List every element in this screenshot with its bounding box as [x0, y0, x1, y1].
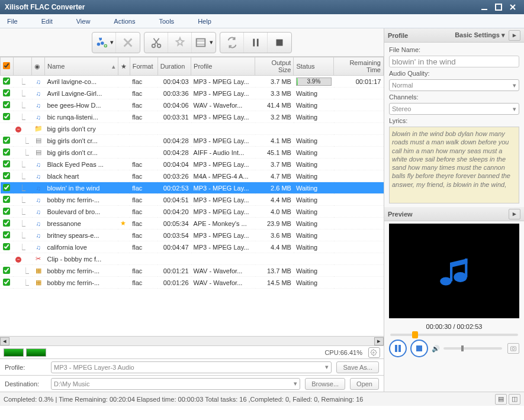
svg-rect-26 [395, 345, 397, 352]
table-row[interactable]: ⎿♫bee gees-How D...flac00:04:06WAV - Wav… [1, 99, 384, 111]
effects-button[interactable] [168, 33, 192, 53]
menu-file[interactable]: File [7, 18, 18, 25]
star-icon[interactable]: ★ [120, 219, 126, 227]
row-checkbox[interactable] [3, 279, 10, 286]
cut-button[interactable] [144, 33, 168, 53]
save-as-button[interactable]: Save As... [336, 361, 379, 373]
app-title: Xilisoft FLAC Converter [5, 3, 85, 11]
menu-actions[interactable]: Actions [114, 18, 135, 25]
collapse-icon[interactable]: − [15, 127, 21, 133]
row-profile: M4A - MPEG-4 A... [191, 170, 255, 182]
hscroll-right[interactable]: ▸ [374, 337, 384, 345]
close-button[interactable] [506, 2, 519, 12]
col-duration[interactable]: Duration [157, 57, 191, 76]
row-checkbox[interactable] [3, 160, 10, 167]
menubar: File Edit View Actions Tools Help [0, 14, 524, 28]
menu-view[interactable]: View [76, 18, 91, 25]
row-profile: MP3 - MPEG Lay... [191, 135, 255, 147]
col-status[interactable]: Status [294, 57, 334, 76]
menu-tools[interactable]: Tools [159, 18, 174, 25]
table-row[interactable]: ⎿▦bobby mc ferrin-...flac00:01:26WAV - W… [1, 277, 384, 289]
table-row[interactable]: ⎿♫blowin' in the windflac00:02:53MP3 - M… [1, 182, 384, 194]
table-row[interactable]: ⎿♫Black Eyed Peas ...flac00:04:04MP3 - M… [1, 159, 384, 170]
maximize-button[interactable] [492, 2, 505, 12]
col-profile[interactable]: Profile [191, 57, 255, 76]
row-profile [191, 123, 255, 135]
table-row[interactable]: ⎿♫Boulevard of bro...flac00:04:20MP3 - M… [1, 206, 384, 218]
menu-edit[interactable]: Edit [41, 18, 53, 25]
col-size[interactable]: Output Size [255, 57, 294, 76]
minimize-button[interactable] [478, 2, 491, 12]
row-checkbox[interactable] [3, 243, 10, 250]
seek-slider[interactable] [390, 334, 518, 336]
preview-panel-expand[interactable]: ▸ [509, 209, 520, 219]
table-row[interactable]: −✂Clip - bobby mc f... [1, 253, 384, 265]
row-duration: 00:04:51 [157, 194, 191, 206]
pause-button[interactable] [244, 33, 268, 53]
col-type[interactable]: ◉ [32, 57, 45, 76]
stop-button[interactable] [268, 33, 291, 53]
row-checkbox[interactable] [3, 219, 10, 227]
delete-button[interactable] [116, 33, 140, 53]
lyrics-label: Lyrics: [389, 117, 519, 124]
quality-combo[interactable]: Normal▾ [389, 79, 519, 91]
volume-icon[interactable]: 🔊 [432, 345, 440, 353]
row-checkbox[interactable] [3, 77, 10, 85]
cpu-settings-button[interactable] [368, 347, 380, 358]
menu-help[interactable]: Help [198, 18, 211, 25]
row-status: Waiting [294, 218, 334, 230]
hscroll-left[interactable]: ◂ [0, 337, 9, 345]
row-checkbox[interactable] [3, 89, 10, 96]
profile-combo[interactable]: MP3 - MPEG Layer-3 Audio▾ [51, 361, 332, 373]
table-row[interactable]: −📁big girls don't cry [1, 123, 384, 135]
table-row[interactable]: ⎿♫california loveflac00:04:47MP3 - MPEG … [1, 241, 384, 253]
status-list-button[interactable]: ▤ [495, 394, 507, 405]
collapse-icon[interactable]: − [15, 257, 21, 263]
row-checkbox[interactable] [3, 184, 10, 191]
row-checkbox[interactable] [3, 148, 10, 156]
col-check[interactable] [1, 57, 14, 76]
volume-slider[interactable] [443, 347, 502, 350]
add-file-button[interactable]: ▾ [92, 33, 116, 53]
row-checkbox[interactable] [3, 172, 10, 179]
destination-combo[interactable]: D:\My Music▾ [51, 378, 300, 390]
film-button[interactable]: ▾ [192, 33, 216, 53]
col-format[interactable]: Format [130, 57, 157, 76]
row-checkbox[interactable] [3, 208, 10, 215]
table-row[interactable]: ⎿♫Avril Lavigne-Girl...flac00:03:36MP3 -… [1, 88, 384, 99]
player-pause-button[interactable] [389, 340, 407, 357]
row-checkbox[interactable] [3, 113, 10, 120]
table-row[interactable]: ⎿▦bobby mc ferrin-...flac00:01:21WAV - W… [1, 265, 384, 277]
basic-settings-dropdown[interactable]: Basic Settings ▾ [455, 31, 505, 39]
convert-button[interactable] [220, 33, 244, 53]
table-row[interactable]: ⎿♫bic runqa-listeni...flac00:03:31MP3 - … [1, 111, 384, 123]
row-checkbox[interactable] [3, 196, 10, 203]
hscroll-track[interactable] [9, 337, 374, 345]
col-star[interactable]: ★ [118, 57, 130, 76]
profile-panel-expand[interactable]: ▸ [509, 30, 520, 41]
col-remain[interactable]: Remaining Time [334, 57, 384, 76]
table-row[interactable]: ⎿♫Avril lavigne-co...flac00:04:03MP3 - M… [1, 76, 384, 88]
snapshot-button[interactable] [507, 343, 519, 354]
status-report-button[interactable]: ◫ [509, 394, 520, 405]
preview-area [389, 224, 519, 318]
row-checkbox[interactable] [3, 137, 10, 144]
table-row[interactable]: ⎿▤big girls don't cr...00:04:28MP3 - MPE… [1, 135, 384, 147]
row-duration: 00:05:34 [157, 218, 191, 230]
table-row[interactable]: ⎿♫bobby mc ferrin-...flac00:04:51MP3 - M… [1, 194, 384, 206]
table-row[interactable]: ⎿♫black heartflac00:03:26M4A - MPEG-4 A.… [1, 170, 384, 182]
row-checkbox[interactable] [3, 231, 10, 238]
channels-combo[interactable]: Stereo▾ [389, 103, 519, 115]
col-name[interactable]: Name ▴ [45, 57, 118, 76]
row-checkbox[interactable] [3, 267, 10, 274]
table-row[interactable]: ⎿♫britney spears-e...flac00:03:54MP3 - M… [1, 230, 384, 241]
browse-button[interactable]: Browse... [305, 378, 345, 390]
player-stop-button[interactable] [410, 340, 428, 357]
table-row[interactable]: ⎿▤big girls don't cr...00:04:28AIFF - Au… [1, 147, 384, 159]
filename-input[interactable] [389, 56, 519, 67]
table-row[interactable]: ⎿♫bressanone★flac00:05:34APE - Monkey's … [1, 218, 384, 230]
open-button[interactable]: Open [350, 378, 379, 390]
row-checkbox[interactable] [3, 101, 10, 108]
svg-point-5 [101, 41, 104, 45]
lyrics-box[interactable]: blowin in the wind bob dylan how many ro… [389, 127, 519, 203]
